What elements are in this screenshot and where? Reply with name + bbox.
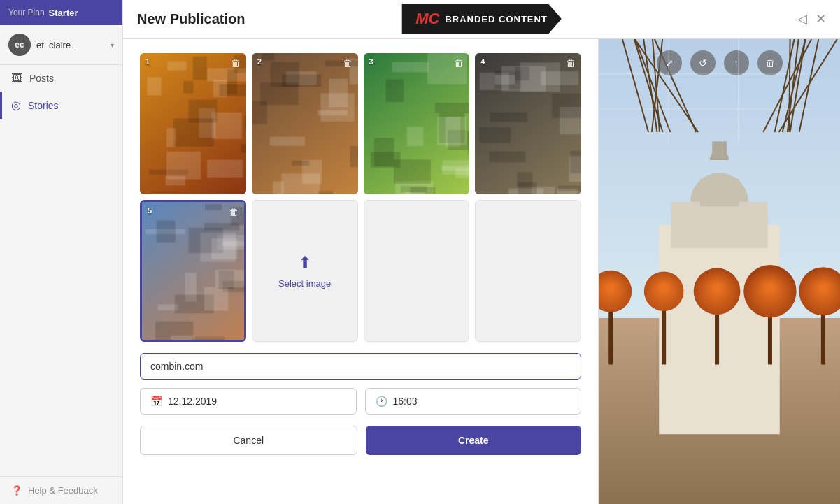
delete-image-1[interactable]: 🗑 [231, 57, 241, 69]
preview-image [599, 39, 840, 504]
image-slot-5[interactable]: 5 🗑 [140, 200, 246, 341]
time-value: 16:03 [393, 396, 418, 407]
plan-label: Your Plan [8, 8, 45, 17]
rotate-button[interactable]: ↺ [690, 50, 716, 75]
form-panel: 1 🗑 2 🗑 3 🗑 4 [123, 39, 599, 504]
sidebar: Your Plan Starter ec et_claire_ ▾ 🖼 Post… [0, 0, 123, 504]
sidebar-item-posts[interactable]: 🖼 Posts [0, 65, 122, 92]
upload-icon: ⬆ [298, 253, 312, 273]
sidebar-item-label: Stories [28, 100, 59, 111]
slot-number-4: 4 [480, 57, 485, 66]
image-slot-4[interactable]: 4 🗑 [475, 53, 581, 194]
delete-image-2[interactable]: 🗑 [343, 57, 353, 69]
slot-number-3: 3 [369, 57, 373, 66]
chevron-down-icon: ▾ [111, 41, 114, 49]
image-slot-3[interactable]: 3 🗑 [364, 53, 470, 194]
user-row[interactable]: ec et_claire_ ▾ [0, 25, 122, 65]
date-value: 12.12.2019 [168, 396, 217, 407]
date-time-row: 📅 12.12.2019 🕐 16:03 [140, 388, 581, 415]
close-button[interactable]: ✕ [816, 11, 826, 27]
time-field[interactable]: 🕐 16:03 [365, 388, 582, 415]
send-button[interactable]: ◁ [797, 11, 807, 27]
delete-image-5[interactable]: 🗑 [229, 206, 239, 217]
plan-bar: Your Plan Starter [0, 0, 122, 25]
sidebar-item-stories[interactable]: ◎ Stories [0, 92, 122, 119]
calendar-icon: 📅 [150, 396, 162, 407]
cancel-button[interactable]: Cancel [140, 426, 357, 455]
stories-icon: ◎ [11, 99, 21, 112]
image-slot-8[interactable] [475, 200, 581, 341]
preview-panel: ⤢ ↺ ↑ 🗑 [599, 39, 840, 504]
avatar: ec [8, 34, 31, 56]
delete-preview-button[interactable]: 🗑 [757, 50, 783, 75]
delete-image-4[interactable]: 🗑 [566, 57, 576, 69]
create-button[interactable]: Create [366, 426, 582, 455]
image-slot-2[interactable]: 2 🗑 [252, 53, 358, 194]
slot-number-5: 5 [148, 206, 152, 215]
select-image-label: Select image [278, 278, 331, 289]
image-slot-7[interactable] [364, 200, 470, 341]
date-field[interactable]: 📅 12.12.2019 [140, 388, 357, 415]
slot-number-1: 1 [145, 57, 150, 66]
action-row: Cancel Create [140, 426, 581, 455]
image-grid: 1 🗑 2 🗑 3 🗑 4 [140, 53, 581, 342]
help-icon: ❓ [11, 485, 22, 496]
topbar-actions: ◁ ✕ [797, 11, 826, 27]
content-area: 1 🗑 2 🗑 3 🗑 4 [123, 39, 840, 504]
user-name: et_claire_ [36, 40, 105, 50]
image-slot-select[interactable]: ⬆ Select image [252, 200, 358, 341]
delete-image-3[interactable]: 🗑 [454, 57, 464, 69]
posts-icon: 🖼 [11, 72, 22, 85]
brand-text: BRANDED CONTENT [445, 14, 547, 24]
image-slot-1[interactable]: 1 🗑 [140, 53, 246, 194]
clock-icon: 🕐 [376, 396, 387, 407]
main-panel: New Publication MC BRANDED CONTENT ◁ ✕ 1… [123, 0, 840, 504]
expand-button[interactable]: ⤢ [657, 50, 682, 75]
page-title: New Publication [137, 11, 245, 27]
url-input[interactable] [140, 353, 581, 380]
topbar: New Publication MC BRANDED CONTENT ◁ ✕ [123, 0, 840, 39]
brand-mc: MC [415, 10, 439, 28]
help-feedback[interactable]: ❓ Help & Feedback [0, 476, 122, 504]
share-button[interactable]: ↑ [724, 50, 749, 75]
brand-logo: MC BRANDED CONTENT [401, 4, 562, 34]
slot-number-2: 2 [257, 57, 262, 66]
sidebar-item-label: Posts [29, 73, 54, 84]
plan-name: Starter [49, 8, 78, 18]
preview-tools: ⤢ ↺ ↑ 🗑 [657, 50, 783, 75]
